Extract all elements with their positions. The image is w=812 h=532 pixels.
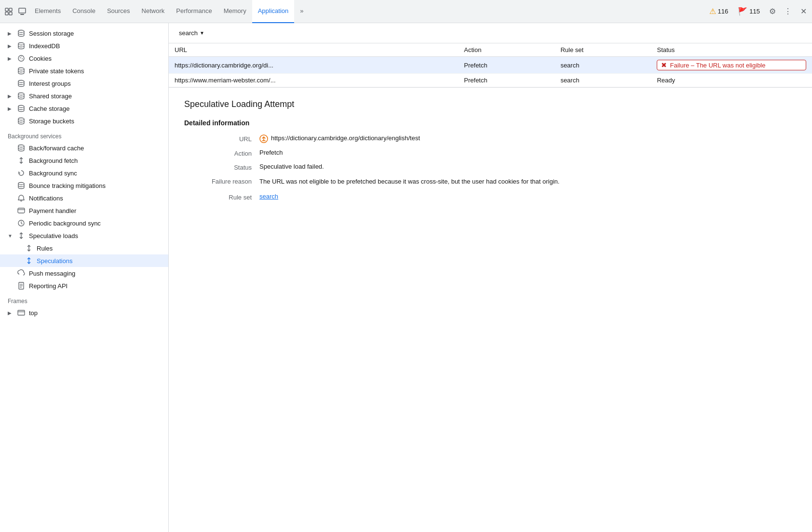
- svg-rect-1: [9, 8, 12, 11]
- sidebar-item-rules[interactable]: ▶ Rules: [0, 242, 168, 254]
- sidebar-item-cache-storage[interactable]: ▶ Cache storage: [0, 102, 168, 115]
- tab-bar-right: ⚠ 116 🚩 115 ⚙ ⋮ ✕: [705, 5, 810, 18]
- sidebar-item-storage-buckets[interactable]: ▶ Storage buckets: [0, 115, 168, 127]
- arrow-icon: ▶: [8, 106, 14, 111]
- cell-ruleset: search: [555, 57, 651, 74]
- sidebar-item-background-fetch[interactable]: ▶ Background fetch: [0, 154, 168, 167]
- arrow-icon: ▼: [8, 233, 14, 239]
- search-bar: search ▼: [169, 23, 812, 43]
- settings-button[interactable]: ⚙: [766, 5, 779, 18]
- status-label: Status: [184, 163, 252, 171]
- sidebar-item-speculative-loads[interactable]: ▼ Speculative loads: [0, 229, 168, 242]
- arrow-icon: ▶: [8, 93, 14, 99]
- sidebar-item-speculations[interactable]: ▶ Speculations: [0, 254, 168, 267]
- db-icon: [17, 182, 25, 189]
- svg-point-9: [20, 57, 21, 58]
- bell-icon: [17, 194, 25, 202]
- svg-point-12: [18, 68, 24, 70]
- arrow-icon: ▶: [8, 310, 14, 316]
- ruleset-value: search: [259, 193, 797, 201]
- table-row[interactable]: https://www.merriam-webster.com/...Prefe…: [169, 74, 812, 87]
- status-value: Speculative load failed.: [259, 163, 797, 171]
- tab-application[interactable]: Application: [252, 0, 295, 23]
- doc-icon: [17, 282, 25, 290]
- tab-bar-left: Elements Console Sources Network Perform…: [2, 0, 310, 23]
- detail-section-title: Detailed information: [184, 119, 797, 127]
- svg-rect-4: [19, 8, 26, 13]
- cell-ruleset: search: [555, 74, 651, 87]
- cell-action: Prefetch: [458, 74, 555, 87]
- table-row[interactable]: https://dictionary.cambridge.org/di...Pr…: [169, 57, 812, 74]
- devtools-icon[interactable]: [2, 5, 15, 18]
- col-header-action: Action: [458, 43, 555, 57]
- col-header-ruleset: Rule set: [555, 43, 651, 57]
- tab-console[interactable]: Console: [67, 0, 101, 23]
- cell-status: ✖Failure – The URL was not eligible: [651, 57, 812, 74]
- sidebar-item-session-storage[interactable]: ▶ Session storage: [0, 27, 168, 40]
- card-icon: [17, 207, 25, 214]
- frames-label: Frames: [0, 292, 168, 306]
- inspect-icon[interactable]: [15, 5, 29, 18]
- sidebar-item-backforward-cache[interactable]: ▶ Back/forward cache: [0, 142, 168, 154]
- cookie-icon: [17, 54, 25, 62]
- tab-network[interactable]: Network: [136, 0, 171, 23]
- sidebar-item-indexeddb[interactable]: ▶ IndexedDB: [0, 40, 168, 52]
- arrow-icon: ▶: [8, 31, 14, 36]
- error-badge[interactable]: 🚩 115: [734, 6, 764, 17]
- col-header-url: URL: [169, 43, 458, 57]
- updown-icon: [17, 232, 25, 239]
- sidebar-item-periodic-bg-sync[interactable]: ▶ Periodic background sync: [0, 217, 168, 229]
- sidebar-item-cookies[interactable]: ▶ Cookies: [0, 52, 168, 65]
- sidebar-item-interest-groups[interactable]: ▶ Interest groups: [0, 77, 168, 90]
- tab-overflow[interactable]: »: [294, 0, 309, 23]
- ruleset-label: Rule set: [184, 193, 252, 201]
- sidebar-item-shared-storage[interactable]: ▶ Shared storage: [0, 90, 168, 102]
- warning-badge[interactable]: ⚠ 116: [705, 6, 732, 17]
- action-label: Action: [184, 149, 252, 157]
- sidebar-item-top[interactable]: ▶ top: [0, 306, 168, 319]
- svg-rect-3: [9, 12, 12, 15]
- db-icon: [17, 117, 25, 125]
- close-button[interactable]: ✕: [797, 5, 810, 18]
- frame-icon: [17, 309, 25, 317]
- detail-title: Speculative Loading Attempt: [184, 99, 797, 109]
- svg-rect-19: [18, 208, 25, 213]
- cloud-icon: [17, 269, 25, 277]
- failure-reason-label: Failure reason: [184, 177, 252, 187]
- detail-grid: URL https://dictionary.cambridge.org/dic…: [184, 134, 797, 201]
- svg-point-16: [18, 118, 24, 120]
- more-options-button[interactable]: ⋮: [781, 5, 795, 18]
- tab-sources[interactable]: Sources: [101, 0, 136, 23]
- sidebar: ▶ Session storage ▶ IndexedDB ▶ Cookies …: [0, 23, 169, 532]
- sidebar-item-notifications[interactable]: ▶ Notifications: [0, 192, 168, 204]
- tab-elements[interactable]: Elements: [29, 0, 67, 23]
- sync-icon: [17, 169, 25, 177]
- svg-point-10: [22, 58, 23, 59]
- cell-action: Prefetch: [458, 57, 555, 74]
- svg-point-14: [18, 93, 24, 95]
- sidebar-item-bounce-tracking[interactable]: ▶ Bounce tracking mitigations: [0, 179, 168, 192]
- db-icon: [17, 80, 25, 87]
- bg-services-label: Background services: [0, 127, 168, 142]
- db-icon: [17, 144, 25, 152]
- content-area: search ▼ URL Action Rule set Status http…: [169, 23, 812, 532]
- sidebar-item-push-messaging[interactable]: ▶ Push messaging: [0, 267, 168, 279]
- sidebar-item-private-state-tokens[interactable]: ▶ Private state tokens: [0, 65, 168, 77]
- col-header-status: Status: [651, 43, 812, 57]
- tab-memory[interactable]: Memory: [218, 0, 252, 23]
- tab-performance[interactable]: Performance: [170, 0, 217, 23]
- sidebar-item-payment-handler[interactable]: ▶ Payment handler: [0, 204, 168, 217]
- cell-url: https://dictionary.cambridge.org/di...: [169, 57, 458, 74]
- svg-point-11: [21, 56, 22, 57]
- speculations-table: URL Action Rule set Status https://dicti…: [169, 43, 812, 87]
- tab-bar: Elements Console Sources Network Perform…: [0, 0, 812, 23]
- sidebar-item-background-sync[interactable]: ▶ Background sync: [0, 167, 168, 179]
- search-dropdown[interactable]: search ▼: [175, 27, 209, 39]
- svg-rect-2: [5, 12, 8, 15]
- db-icon: [17, 105, 25, 112]
- arrow-icon: ▶: [8, 56, 14, 61]
- sidebar-item-reporting-api[interactable]: ▶ Reporting API: [0, 279, 168, 292]
- error-icon: 🚩: [738, 7, 747, 16]
- arrow-icon: ▶: [8, 43, 14, 49]
- updown-icon: [25, 244, 33, 252]
